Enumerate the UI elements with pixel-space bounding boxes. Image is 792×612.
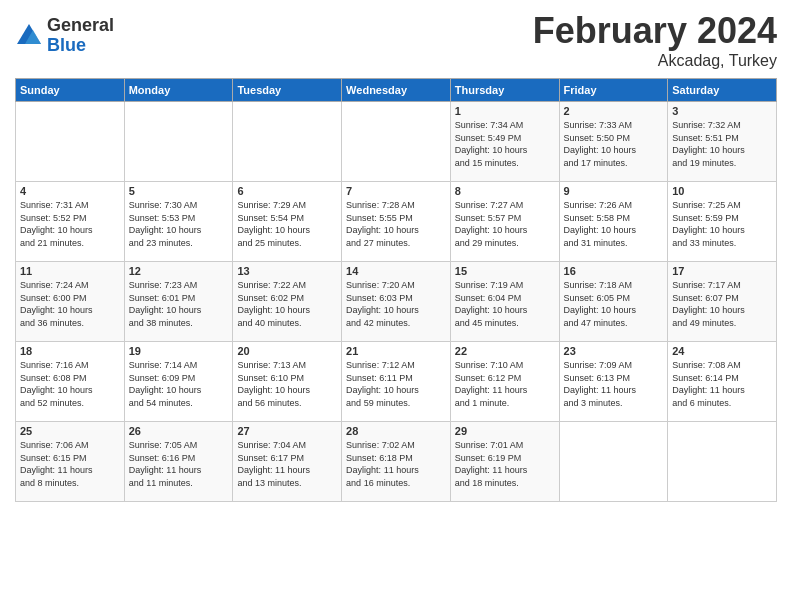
calendar-cell: 16Sunrise: 7:18 AMSunset: 6:05 PMDayligh…	[559, 262, 668, 342]
calendar-cell	[559, 422, 668, 502]
logo-blue: Blue	[47, 36, 114, 56]
calendar-cell: 12Sunrise: 7:23 AMSunset: 6:01 PMDayligh…	[124, 262, 233, 342]
day-info: Sunrise: 7:28 AMSunset: 5:55 PMDaylight:…	[346, 199, 446, 249]
title-block: February 2024 Akcadag, Turkey	[533, 10, 777, 70]
header-sunday: Sunday	[16, 79, 125, 102]
day-info: Sunrise: 7:12 AMSunset: 6:11 PMDaylight:…	[346, 359, 446, 409]
calendar-cell	[342, 102, 451, 182]
day-info: Sunrise: 7:13 AMSunset: 6:10 PMDaylight:…	[237, 359, 337, 409]
day-info: Sunrise: 7:16 AMSunset: 6:08 PMDaylight:…	[20, 359, 120, 409]
calendar-cell: 21Sunrise: 7:12 AMSunset: 6:11 PMDayligh…	[342, 342, 451, 422]
calendar-cell: 13Sunrise: 7:22 AMSunset: 6:02 PMDayligh…	[233, 262, 342, 342]
calendar-cell: 14Sunrise: 7:20 AMSunset: 6:03 PMDayligh…	[342, 262, 451, 342]
calendar-cell: 27Sunrise: 7:04 AMSunset: 6:17 PMDayligh…	[233, 422, 342, 502]
day-number: 4	[20, 185, 120, 197]
day-info: Sunrise: 7:19 AMSunset: 6:04 PMDaylight:…	[455, 279, 555, 329]
calendar-cell	[233, 102, 342, 182]
calendar-cell: 8Sunrise: 7:27 AMSunset: 5:57 PMDaylight…	[450, 182, 559, 262]
header-thursday: Thursday	[450, 79, 559, 102]
calendar-header-row: SundayMondayTuesdayWednesdayThursdayFrid…	[16, 79, 777, 102]
day-number: 26	[129, 425, 229, 437]
calendar-cell	[124, 102, 233, 182]
day-number: 1	[455, 105, 555, 117]
day-info: Sunrise: 7:17 AMSunset: 6:07 PMDaylight:…	[672, 279, 772, 329]
header-wednesday: Wednesday	[342, 79, 451, 102]
day-info: Sunrise: 7:06 AMSunset: 6:15 PMDaylight:…	[20, 439, 120, 489]
calendar-cell: 9Sunrise: 7:26 AMSunset: 5:58 PMDaylight…	[559, 182, 668, 262]
day-number: 24	[672, 345, 772, 357]
day-number: 23	[564, 345, 664, 357]
calendar-cell: 10Sunrise: 7:25 AMSunset: 5:59 PMDayligh…	[668, 182, 777, 262]
calendar-cell	[16, 102, 125, 182]
calendar-cell: 15Sunrise: 7:19 AMSunset: 6:04 PMDayligh…	[450, 262, 559, 342]
day-number: 22	[455, 345, 555, 357]
calendar-cell: 1Sunrise: 7:34 AMSunset: 5:49 PMDaylight…	[450, 102, 559, 182]
day-info: Sunrise: 7:31 AMSunset: 5:52 PMDaylight:…	[20, 199, 120, 249]
header-friday: Friday	[559, 79, 668, 102]
day-info: Sunrise: 7:05 AMSunset: 6:16 PMDaylight:…	[129, 439, 229, 489]
day-info: Sunrise: 7:32 AMSunset: 5:51 PMDaylight:…	[672, 119, 772, 169]
calendar-cell: 28Sunrise: 7:02 AMSunset: 6:18 PMDayligh…	[342, 422, 451, 502]
day-number: 5	[129, 185, 229, 197]
calendar-cell: 24Sunrise: 7:08 AMSunset: 6:14 PMDayligh…	[668, 342, 777, 422]
day-info: Sunrise: 7:14 AMSunset: 6:09 PMDaylight:…	[129, 359, 229, 409]
day-info: Sunrise: 7:22 AMSunset: 6:02 PMDaylight:…	[237, 279, 337, 329]
calendar-cell: 29Sunrise: 7:01 AMSunset: 6:19 PMDayligh…	[450, 422, 559, 502]
day-info: Sunrise: 7:24 AMSunset: 6:00 PMDaylight:…	[20, 279, 120, 329]
day-number: 2	[564, 105, 664, 117]
calendar-cell: 11Sunrise: 7:24 AMSunset: 6:00 PMDayligh…	[16, 262, 125, 342]
page-header: General Blue February 2024 Akcadag, Turk…	[15, 10, 777, 70]
calendar-cell: 19Sunrise: 7:14 AMSunset: 6:09 PMDayligh…	[124, 342, 233, 422]
day-number: 7	[346, 185, 446, 197]
header-saturday: Saturday	[668, 79, 777, 102]
day-info: Sunrise: 7:04 AMSunset: 6:17 PMDaylight:…	[237, 439, 337, 489]
week-row-2: 4Sunrise: 7:31 AMSunset: 5:52 PMDaylight…	[16, 182, 777, 262]
day-info: Sunrise: 7:23 AMSunset: 6:01 PMDaylight:…	[129, 279, 229, 329]
day-number: 13	[237, 265, 337, 277]
week-row-5: 25Sunrise: 7:06 AMSunset: 6:15 PMDayligh…	[16, 422, 777, 502]
day-number: 18	[20, 345, 120, 357]
calendar-cell: 2Sunrise: 7:33 AMSunset: 5:50 PMDaylight…	[559, 102, 668, 182]
day-info: Sunrise: 7:30 AMSunset: 5:53 PMDaylight:…	[129, 199, 229, 249]
calendar-cell: 5Sunrise: 7:30 AMSunset: 5:53 PMDaylight…	[124, 182, 233, 262]
day-number: 29	[455, 425, 555, 437]
logo: General Blue	[15, 16, 114, 56]
day-info: Sunrise: 7:29 AMSunset: 5:54 PMDaylight:…	[237, 199, 337, 249]
day-info: Sunrise: 7:26 AMSunset: 5:58 PMDaylight:…	[564, 199, 664, 249]
day-number: 27	[237, 425, 337, 437]
calendar-cell: 6Sunrise: 7:29 AMSunset: 5:54 PMDaylight…	[233, 182, 342, 262]
day-info: Sunrise: 7:25 AMSunset: 5:59 PMDaylight:…	[672, 199, 772, 249]
day-number: 20	[237, 345, 337, 357]
day-info: Sunrise: 7:20 AMSunset: 6:03 PMDaylight:…	[346, 279, 446, 329]
day-number: 8	[455, 185, 555, 197]
calendar-cell: 4Sunrise: 7:31 AMSunset: 5:52 PMDaylight…	[16, 182, 125, 262]
day-number: 12	[129, 265, 229, 277]
day-info: Sunrise: 7:09 AMSunset: 6:13 PMDaylight:…	[564, 359, 664, 409]
day-number: 3	[672, 105, 772, 117]
day-number: 15	[455, 265, 555, 277]
calendar-cell: 25Sunrise: 7:06 AMSunset: 6:15 PMDayligh…	[16, 422, 125, 502]
week-row-1: 1Sunrise: 7:34 AMSunset: 5:49 PMDaylight…	[16, 102, 777, 182]
day-number: 17	[672, 265, 772, 277]
calendar-cell	[668, 422, 777, 502]
day-number: 14	[346, 265, 446, 277]
week-row-4: 18Sunrise: 7:16 AMSunset: 6:08 PMDayligh…	[16, 342, 777, 422]
calendar-cell: 26Sunrise: 7:05 AMSunset: 6:16 PMDayligh…	[124, 422, 233, 502]
day-info: Sunrise: 7:10 AMSunset: 6:12 PMDaylight:…	[455, 359, 555, 409]
day-number: 28	[346, 425, 446, 437]
day-info: Sunrise: 7:34 AMSunset: 5:49 PMDaylight:…	[455, 119, 555, 169]
day-number: 16	[564, 265, 664, 277]
day-number: 21	[346, 345, 446, 357]
day-info: Sunrise: 7:02 AMSunset: 6:18 PMDaylight:…	[346, 439, 446, 489]
day-number: 10	[672, 185, 772, 197]
calendar-cell: 23Sunrise: 7:09 AMSunset: 6:13 PMDayligh…	[559, 342, 668, 422]
day-number: 25	[20, 425, 120, 437]
calendar-cell: 18Sunrise: 7:16 AMSunset: 6:08 PMDayligh…	[16, 342, 125, 422]
day-number: 6	[237, 185, 337, 197]
calendar-cell: 20Sunrise: 7:13 AMSunset: 6:10 PMDayligh…	[233, 342, 342, 422]
header-monday: Monday	[124, 79, 233, 102]
calendar-cell: 7Sunrise: 7:28 AMSunset: 5:55 PMDaylight…	[342, 182, 451, 262]
calendar-cell: 17Sunrise: 7:17 AMSunset: 6:07 PMDayligh…	[668, 262, 777, 342]
logo-icon	[15, 22, 43, 50]
day-info: Sunrise: 7:27 AMSunset: 5:57 PMDaylight:…	[455, 199, 555, 249]
